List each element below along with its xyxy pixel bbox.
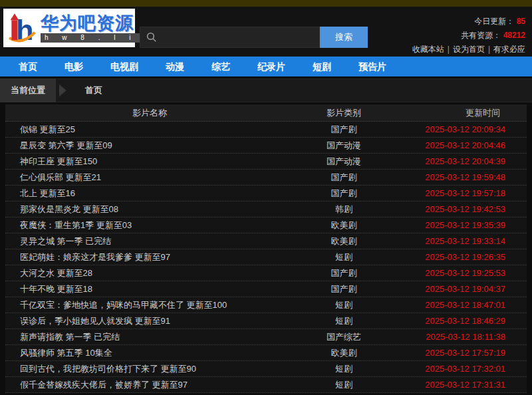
video-title-link[interactable]: 似锦 更新至25	[5, 124, 294, 136]
video-category-link[interactable]: 欧美剧	[294, 347, 394, 359]
video-update-time: 2025-03-12 19:42:53	[394, 204, 527, 214]
table-row: 灵异之城 第一季 已完结 欧美剧 2025-03-12 19:33:14	[5, 233, 527, 249]
main-nav: 首页 电影 电视剧 动漫 综艺 纪录片 短剧 预告片	[0, 57, 532, 76]
video-update-time: 2025-03-12 20:04:46	[394, 140, 527, 150]
video-category-link[interactable]: 国产动漫	[294, 156, 394, 168]
video-title-link[interactable]: 仁心俱乐部 更新至21	[5, 172, 294, 184]
request-link[interactable]: 有求必应	[493, 45, 525, 54]
table-row: 十年不晚 更新至18 国产剧 2025-03-12 19:04:37	[5, 281, 527, 297]
video-title-link[interactable]: 灵异之城 第一季 已完结	[5, 235, 294, 247]
table-row: 医妃萌娃：娘亲这才是我爹爹 更新至97 短剧 2025-03-12 19:26:…	[5, 249, 527, 265]
video-title-link[interactable]: 新声请指教 第一季 已完结	[5, 331, 294, 343]
nav-item-variety[interactable]: 综艺	[202, 57, 239, 76]
video-category-link[interactable]: 国产综艺	[294, 331, 394, 343]
video-update-time: 2025-03-12 20:09:34	[394, 124, 527, 134]
breadcrumb-home-link[interactable]: 首页	[85, 84, 102, 96]
nav-item-tv-series[interactable]: 电视剧	[101, 57, 148, 76]
video-category-link[interactable]: 短剧	[294, 363, 394, 375]
video-category-link[interactable]: 韩剧	[294, 203, 394, 215]
video-title-link[interactable]: 北上 更新至16	[5, 188, 294, 199]
table-row: 北上 更新至16 国产剧 2025-03-12 19:57:18	[5, 186, 527, 201]
video-category-link[interactable]: 短剧	[294, 315, 394, 327]
video-title-link[interactable]: 夜魔侠：重生第1季 更新至03	[5, 219, 294, 231]
video-update-time: 2025-03-12 19:26:35	[394, 252, 527, 262]
table-row: 仁心俱乐部 更新至21 国产剧 2025-03-12 19:59:48	[5, 170, 527, 186]
video-update-time: 2025-03-12 17:31:31	[394, 380, 527, 390]
video-category-link[interactable]: 国产动漫	[294, 140, 394, 152]
video-update-time: 2025-03-12 19:04:37	[394, 284, 527, 294]
stat-today: 今日更新： 85	[412, 15, 525, 29]
video-category-link[interactable]: 国产剧	[294, 283, 394, 295]
video-category-link[interactable]: 国产剧	[294, 172, 394, 184]
nav-item-movies[interactable]: 电影	[55, 57, 92, 76]
nav-item-home[interactable]: 首页	[9, 57, 47, 76]
favorite-site-link[interactable]: 收藏本站	[412, 45, 444, 54]
video-category-link[interactable]: 短剧	[294, 299, 394, 311]
breadcrumb: 当前位置 首页	[0, 78, 532, 102]
stat-total: 共有资源： 48212	[412, 29, 525, 43]
top-banner-strip	[0, 0, 532, 7]
search-input[interactable]	[157, 27, 319, 47]
video-update-time: 2025-03-12 18:47:01	[394, 300, 527, 310]
video-category-link[interactable]: 国产剧	[294, 124, 394, 136]
video-category-link[interactable]: 短剧	[294, 251, 394, 263]
video-title-link[interactable]: 误诊后，季小姐她见人就发疯 更新至91	[5, 315, 294, 327]
table-row: 回到古代，我把教坊司价格打下来了 更新至90 短剧 2025-03-12 17:…	[5, 361, 527, 377]
column-header-category: 影片类别	[294, 107, 394, 119]
video-title-link[interactable]: 十年不晚 更新至18	[5, 283, 294, 295]
video-update-time: 2025-03-12 19:33:14	[394, 236, 527, 246]
video-title-link[interactable]: 神印王座 更新至150	[5, 156, 294, 168]
video-category-link[interactable]: 国产剧	[294, 267, 394, 279]
video-title-link[interactable]: 风骚律师 第五季 10集全	[5, 347, 294, 359]
table-row: 千亿双宝：爹地快追，妈咪的马甲藏不住了 更新至100 短剧 2025-03-12…	[5, 297, 527, 313]
video-title-link[interactable]: 千亿双宝：爹地快追，妈咪的马甲藏不住了 更新至100	[5, 299, 294, 311]
video-category-link[interactable]: 欧美剧	[294, 235, 394, 247]
video-title-link[interactable]: 假千金替嫁残疾大佬后，被娇养了 更新至97	[5, 379, 294, 391]
video-update-time: 2025-03-12 18:11:38	[394, 332, 527, 342]
video-title-link[interactable]: 那家伙是黑炎龙 更新至08	[5, 203, 294, 215]
column-header-title: 影片名称	[5, 107, 294, 119]
search-icon	[146, 32, 157, 43]
nav-item-anime[interactable]: 动漫	[156, 57, 194, 76]
video-category-link[interactable]: 国产剧	[294, 188, 394, 199]
table-row: 神印王座 更新至150 国产动漫 2025-03-12 20:04:39	[5, 154, 527, 170]
set-homepage-link[interactable]: 设为首页	[453, 45, 485, 54]
video-title-link[interactable]: 星辰变 第六季 更新至09	[5, 140, 294, 152]
table-row: 大河之水 更新至28 国产剧 2025-03-12 19:25:53	[5, 265, 527, 281]
table-row: 那家伙是黑炎龙 更新至08 韩剧 2025-03-12 19:42:53	[5, 201, 527, 217]
video-update-time: 2025-03-12 17:32:01	[394, 364, 527, 374]
video-list-table: 影片名称 影片类别 更新时间 似锦 更新至25 国产剧 2025-03-12 2…	[5, 104, 527, 393]
video-update-time: 2025-03-12 20:04:39	[394, 156, 527, 166]
video-update-time: 2025-03-12 19:35:39	[394, 220, 527, 230]
table-row: 星辰变 第六季 更新至09 国产动漫 2025-03-12 20:04:46	[5, 138, 527, 154]
video-category-link[interactable]: 欧美剧	[294, 219, 394, 231]
video-title-link[interactable]: 医妃萌娃：娘亲这才是我爹爹 更新至97	[5, 251, 294, 263]
nav-item-short-drama[interactable]: 短剧	[303, 57, 340, 76]
breadcrumb-label: 当前位置	[0, 78, 56, 102]
total-resource-count: 48212	[503, 31, 525, 40]
logo-icon: h	[6, 11, 39, 45]
header-links: 收藏本站|设为首页|有求必应	[412, 43, 525, 57]
table-row: 夜魔侠：重生第1季 更新至03 欧美剧 2025-03-12 19:35:39	[5, 217, 527, 233]
table-row: 误诊后，季小姐她见人就发疯 更新至91 短剧 2025-03-12 18:46:…	[5, 313, 527, 329]
video-update-time: 2025-03-12 18:46:29	[394, 316, 527, 326]
table-header: 影片名称 影片类别 更新时间	[5, 104, 527, 122]
video-update-time: 2025-03-12 17:57:19	[394, 348, 527, 358]
search-button[interactable]: 搜索	[320, 27, 368, 48]
video-update-time: 2025-03-12 19:59:48	[394, 172, 527, 182]
table-row: 假千金替嫁残疾大佬后，被娇养了 更新至97 短剧 2025-03-12 17:3…	[5, 377, 527, 393]
today-update-count: 85	[517, 17, 525, 26]
video-title-link[interactable]: 回到古代，我把教坊司价格打下来了 更新至90	[5, 363, 294, 375]
column-header-time: 更新时间	[394, 107, 527, 119]
video-title-link[interactable]: 大河之水 更新至28	[5, 267, 294, 279]
video-category-link[interactable]: 短剧	[294, 379, 394, 391]
header-stats: 今日更新： 85 共有资源： 48212 收藏本站|设为首页|有求必应	[412, 15, 525, 57]
table-row: 新声请指教 第一季 已完结 国产综艺 2025-03-12 18:11:38	[5, 329, 527, 345]
search-bar: 搜索	[140, 27, 368, 48]
site-header: h 华为吧资源 h w 8 . l i v e 搜索 今日更新： 85	[0, 7, 532, 57]
site-logo[interactable]: h 华为吧资源 h w 8 . l i v e	[3, 9, 135, 47]
breadcrumb-arrow-icon	[59, 84, 66, 96]
nav-item-trailers[interactable]: 预告片	[349, 57, 396, 76]
nav-item-documentary[interactable]: 纪录片	[248, 57, 295, 76]
video-update-time: 2025-03-12 19:57:18	[394, 188, 527, 198]
